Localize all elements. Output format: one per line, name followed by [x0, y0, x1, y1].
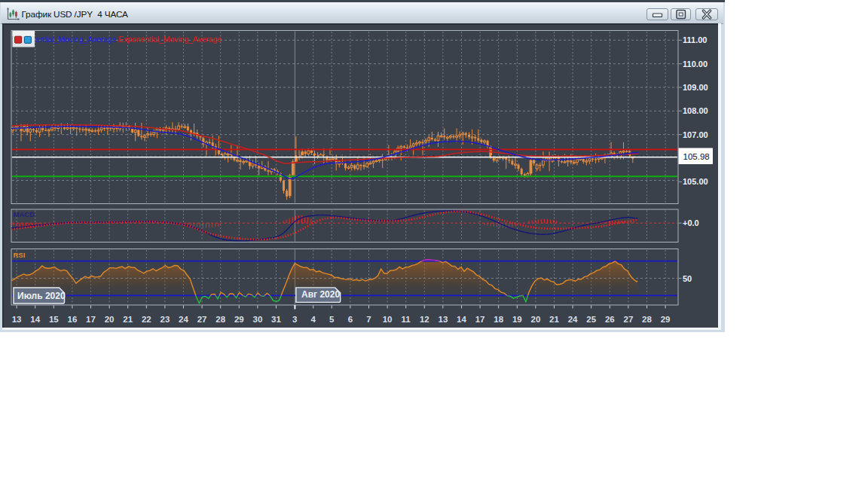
svg-text:26: 26 — [605, 315, 615, 324]
svg-text:17: 17 — [475, 315, 485, 324]
svg-text:28: 28 — [215, 315, 225, 324]
svg-text:24: 24 — [568, 315, 578, 324]
svg-text:18: 18 — [494, 315, 503, 324]
svg-text:111.00: 111.00 — [683, 35, 707, 44]
svg-text:5: 5 — [329, 315, 335, 324]
svg-text:Авг 2020: Авг 2020 — [301, 289, 340, 300]
svg-text:RSI: RSI — [14, 251, 26, 259]
svg-text:16: 16 — [68, 315, 78, 324]
svg-text:107.00: 107.00 — [683, 130, 708, 139]
svg-text:20: 20 — [531, 315, 541, 324]
svg-text:19: 19 — [512, 315, 522, 324]
svg-text:29: 29 — [661, 315, 671, 324]
svg-text:21: 21 — [549, 315, 559, 324]
svg-text:23: 23 — [160, 315, 170, 324]
svg-text:3: 3 — [292, 315, 297, 324]
svg-text:17: 17 — [86, 315, 96, 324]
svg-text:7: 7 — [366, 315, 371, 324]
svg-text:109.00: 109.00 — [683, 83, 708, 92]
svg-text:6: 6 — [348, 315, 353, 324]
svg-text:29: 29 — [234, 315, 244, 324]
svg-text:108.00: 108.00 — [683, 106, 708, 115]
svg-text:25: 25 — [586, 315, 596, 324]
svg-text:ential_Moving_Average.Exponent: ential_Moving_Average.Exponential_Moving… — [35, 35, 222, 44]
svg-text:11: 11 — [402, 315, 411, 324]
svg-text:Июль 2020: Июль 2020 — [17, 291, 66, 301]
svg-text:4: 4 — [310, 315, 316, 324]
svg-text:105.00: 105.00 — [683, 177, 708, 186]
svg-text:31: 31 — [271, 315, 281, 324]
svg-text:13: 13 — [12, 315, 22, 324]
svg-text:20: 20 — [105, 315, 115, 324]
svg-text:110.00: 110.00 — [683, 59, 708, 69]
svg-text:13: 13 — [439, 315, 448, 324]
svg-text:+0.0: +0.0 — [683, 218, 699, 227]
svg-text:27: 27 — [197, 315, 207, 324]
svg-text:21: 21 — [123, 315, 133, 324]
svg-text:14: 14 — [30, 315, 40, 324]
svg-text:27: 27 — [624, 315, 634, 324]
svg-text:15: 15 — [49, 315, 59, 324]
svg-text:30: 30 — [253, 315, 263, 324]
svg-text:28: 28 — [642, 315, 652, 324]
svg-text:105.98: 105.98 — [683, 152, 710, 161]
svg-text:MACD: MACD — [14, 210, 35, 218]
svg-text:24: 24 — [179, 315, 188, 324]
svg-text:10: 10 — [383, 315, 393, 324]
svg-text:14: 14 — [457, 315, 466, 324]
svg-text:12: 12 — [420, 315, 429, 324]
svg-text:22: 22 — [142, 315, 151, 324]
svg-text:50: 50 — [683, 274, 692, 283]
